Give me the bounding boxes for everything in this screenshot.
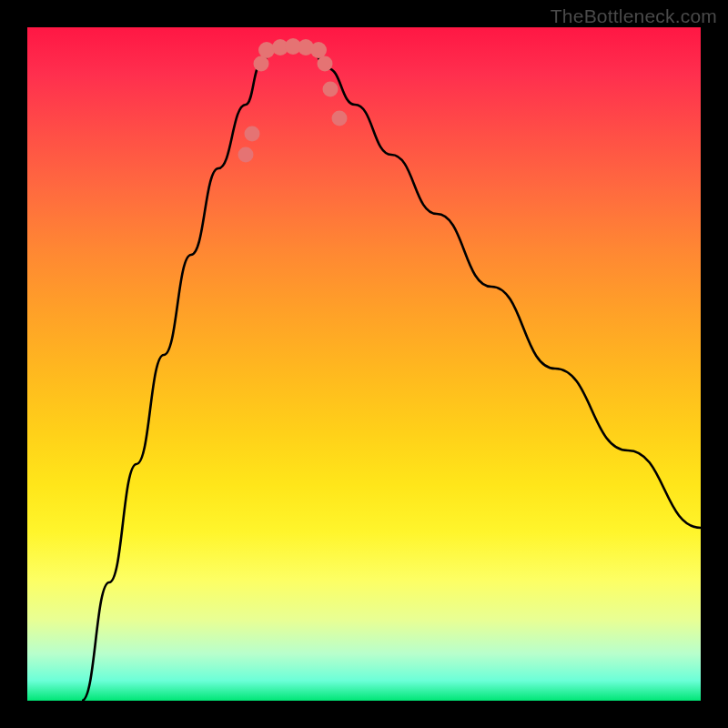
marker-middot [310,42,327,58]
marker-dot [323,82,339,97]
bottleneck-chart [27,27,701,701]
right-curve [309,47,701,528]
chart-svg [27,27,701,701]
marker-dot [318,56,333,72]
watermark-text: TheBottleneck.com [551,5,717,27]
left-curve [82,47,273,701]
marker-middot [258,42,275,58]
marker-dot [332,111,348,126]
marker-dot [238,147,254,163]
marker-dot [254,56,269,72]
marker-dots [238,38,348,163]
marker-dot [245,126,260,142]
